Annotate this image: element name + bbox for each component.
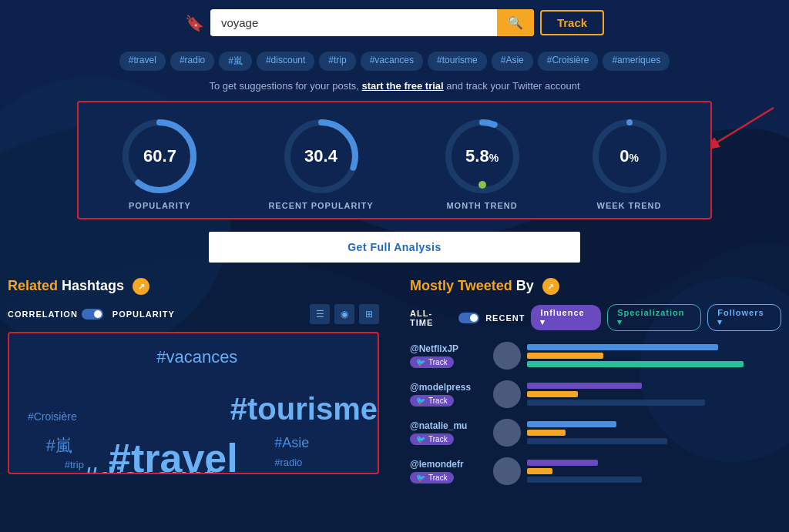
- mostly-tweeted-panel: Mostly Tweeted By ↗ ALL-TIME RECENT Infl…: [394, 278, 781, 496]
- correlation-label: CORRELATION: [8, 309, 78, 319]
- stat-item-month-trend: 5.8% MONTH TREND: [444, 118, 521, 210]
- title-highlight: Related: [8, 278, 58, 293]
- stat-item-week-trend: 0% WEEK TREND: [591, 118, 668, 210]
- twitter-icon: 🐦: [416, 358, 425, 366]
- user-row: @natalie_mu 🐦 Track: [410, 419, 781, 447]
- track-user-button[interactable]: 🐦 Track: [410, 472, 454, 483]
- user-list: @NetflixJP 🐦 Track @modelpress 🐦 Track @…: [410, 342, 781, 485]
- grid-view-btn[interactable]: ⊞: [359, 304, 379, 324]
- user-bar: [527, 400, 705, 406]
- followers-badge[interactable]: Followers ▾: [707, 304, 781, 331]
- hashtag-pill[interactable]: #vacances: [361, 52, 423, 71]
- hashtag-pill[interactable]: #嵐: [219, 52, 252, 71]
- header: 🔖 voyage 🔍 Track: [0, 0, 789, 45]
- user-row: @lemondefr 🐦 Track: [410, 457, 781, 485]
- hashtag-row: #travel#radio#嵐#discount#trip#vacances#t…: [0, 45, 789, 74]
- correlation-toggle-dot[interactable]: [82, 309, 103, 320]
- avatar: [493, 419, 521, 447]
- bar-stack: [527, 460, 781, 483]
- user-bar: [527, 383, 642, 389]
- search-bar: voyage 🔍: [210, 9, 534, 36]
- track-user-button[interactable]: 🐦 Track: [410, 433, 454, 445]
- bookmark-icon: 🔖: [185, 14, 204, 32]
- user-bar: [527, 361, 744, 367]
- correlation-toggle[interactable]: CORRELATION: [8, 309, 103, 320]
- stat-item-popularity: 60.7 POPULARITY: [121, 118, 198, 210]
- hashtag-pill[interactable]: #ameriques: [603, 52, 670, 71]
- wordcloud-word[interactable]: #嵐: [46, 434, 72, 457]
- free-trial-link[interactable]: start the free trial: [362, 80, 444, 92]
- stat-value: 60.7: [143, 146, 176, 166]
- tweeted-title-highlight: Mostly Tweeted: [410, 278, 512, 293]
- bar-stack: [527, 383, 781, 406]
- twitter-icon: 🐦: [416, 473, 425, 482]
- bottom-panels: Related Hashtags ↗ CORRELATION POPULARIT…: [0, 278, 789, 496]
- avatar: [493, 457, 521, 485]
- stat-value: 30.4: [304, 146, 337, 166]
- avatar: [493, 342, 521, 370]
- recent-label: RECENT: [485, 313, 525, 323]
- track-label: Track: [428, 358, 448, 366]
- get-full-analysis-button[interactable]: Get Full Analysis: [209, 232, 580, 263]
- wordcloud-word[interactable]: #discount: [83, 462, 214, 474]
- alltime-label: ALL-TIME: [410, 309, 455, 327]
- hashtag-pill[interactable]: #trip: [319, 52, 355, 71]
- user-bar: [527, 460, 598, 466]
- hashtag-pill[interactable]: #Croisière: [538, 52, 599, 71]
- stat-label: WEEK TREND: [597, 201, 662, 210]
- stat-label: MONTH TREND: [446, 201, 517, 210]
- username: @lemondefr: [410, 459, 487, 470]
- user-info: @modelpress 🐦 Track: [410, 382, 487, 407]
- related-hashtags-panel: Related Hashtags ↗ CORRELATION POPULARIT…: [8, 278, 394, 496]
- user-row: @modelpress 🐦 Track: [410, 380, 781, 408]
- wordcloud-word[interactable]: #trip: [65, 459, 84, 470]
- related-hashtags-title: Related Hashtags ↗: [8, 278, 379, 295]
- hashtag-pill[interactable]: #Asie: [492, 52, 533, 71]
- twitter-icon: 🐦: [416, 396, 425, 405]
- user-bar: [527, 477, 642, 483]
- track-user-button[interactable]: 🐦 Track: [410, 395, 454, 407]
- popularity-label: POPULARITY: [112, 309, 175, 319]
- influence-badge[interactable]: Influence ▾: [531, 305, 601, 330]
- username: @NetflixJP: [410, 343, 487, 354]
- mostly-tweeted-title: Mostly Tweeted By ↗: [410, 278, 781, 295]
- track-button[interactable]: Track: [540, 10, 604, 35]
- bar-stack: [527, 421, 781, 444]
- avatar: [493, 380, 521, 408]
- search-button[interactable]: 🔍: [497, 9, 534, 36]
- user-info: @NetflixJP 🐦 Track: [410, 343, 487, 368]
- user-bar: [527, 430, 566, 436]
- share-icon-tweeted[interactable]: ↗: [542, 278, 559, 295]
- hashtag-pill[interactable]: #radio: [170, 52, 214, 71]
- alltime-toggle[interactable]: ALL-TIME: [410, 309, 479, 327]
- hashtag-pill[interactable]: #tourisme: [428, 52, 487, 71]
- user-bar: [527, 391, 578, 397]
- track-user-button[interactable]: 🐦 Track: [410, 356, 454, 368]
- right-filter-bar: ALL-TIME RECENT Influence ▾ Specializati…: [410, 304, 781, 331]
- alltime-toggle-dot[interactable]: [458, 313, 479, 323]
- user-bar: [527, 353, 603, 359]
- share-icon-related[interactable]: ↗: [133, 278, 149, 295]
- wordcloud-word[interactable]: #Croisière: [28, 410, 77, 423]
- hashtag-pill[interactable]: #discount: [257, 52, 314, 71]
- list-view-btn[interactable]: ☰: [310, 304, 330, 324]
- wordcloud-word[interactable]: #vacances: [156, 347, 237, 367]
- user-bar: [527, 468, 552, 474]
- wordcloud-word[interactable]: #radio: [274, 457, 302, 468]
- stat-label: RECENT POPULARITY: [268, 201, 373, 210]
- username: @modelpress: [410, 382, 487, 393]
- hashtag-pill[interactable]: #travel: [119, 52, 166, 71]
- suggestion-text: To get suggestions for your posts, start…: [0, 74, 789, 101]
- track-label: Track: [428, 435, 448, 443]
- user-bar: [527, 344, 718, 350]
- user-info: @lemondefr 🐦 Track: [410, 459, 487, 483]
- filter-icons: ☰ ◉ ⊞: [310, 304, 379, 324]
- search-input[interactable]: voyage: [210, 10, 497, 35]
- wordcloud-word[interactable]: #tourisme: [230, 392, 378, 427]
- analysis-btn-wrap: Get Full Analysis: [0, 232, 789, 263]
- title-rest: Hashtags: [58, 278, 124, 293]
- specialization-badge[interactable]: Specialization ▾: [607, 304, 701, 331]
- bubble-view-btn[interactable]: ◉: [334, 304, 354, 324]
- wordcloud-box: #vacances#tourisme#Croisière#嵐#travel#As…: [8, 332, 379, 474]
- wordcloud-word[interactable]: #Asie: [274, 435, 309, 451]
